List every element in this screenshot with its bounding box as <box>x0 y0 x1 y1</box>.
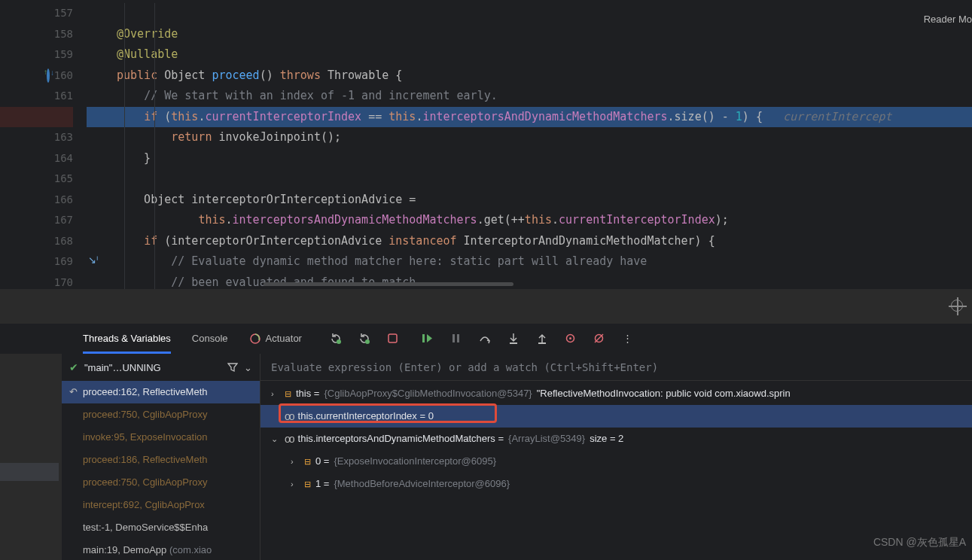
code-line[interactable]: @Nullable <box>87 44 972 65</box>
stack-frame[interactable]: main:19, DemoApp (com.xiao <box>62 539 260 560</box>
code-line[interactable]: @Override <box>87 24 972 45</box>
code-line[interactable]: } <box>87 148 972 169</box>
svg-point-2 <box>365 339 370 344</box>
expand-arrow-icon[interactable]: › <box>291 473 300 495</box>
debug-toolbar: Threads & Variables Console Actuator ⋮ <box>0 324 972 354</box>
variable-object: {CglibAopProxy$CglibMethodInvocation@534… <box>324 382 532 405</box>
drop-frame-icon[interactable]: ↶ <box>69 381 80 403</box>
code-editor[interactable]: Reader Mo 157158159160161163164165166167… <box>0 3 972 289</box>
code-line[interactable]: // Evaluate dynamic method matcher here:… <box>87 251 972 272</box>
variable-row-interceptors-list[interactable]: ⌄ oo this.interceptorsAndDynamicMethodMa… <box>261 428 972 450</box>
variable-size: size = 2 <box>590 428 623 450</box>
variable-string: "ReflectiveMethodInvocation: public void… <box>537 382 791 405</box>
step-over-icon[interactable] <box>478 332 492 345</box>
tab-console[interactable]: Console <box>192 324 228 354</box>
stack-frame[interactable]: invoke:95, ExposeInvocation <box>62 426 260 449</box>
code-line[interactable]: this.interceptorsAndDynamicMethodMatcher… <box>87 210 972 231</box>
watermark: CSDN @灰色孤星A <box>873 536 966 549</box>
collapse-arrow-icon[interactable]: ⌄ <box>271 428 280 450</box>
line-number[interactable] <box>0 107 73 128</box>
variable-row-this[interactable]: › ⊟ this = {CglibAopProxy$CglibMethodInv… <box>261 382 972 405</box>
line-number[interactable]: 169 <box>0 251 73 272</box>
code-line[interactable]: if (interceptorOrInterceptionAdvice inst… <box>87 231 972 252</box>
stack-frame[interactable]: proceed:750, CglibAopProxy <box>62 471 260 494</box>
line-number[interactable]: 158 <box>0 24 73 45</box>
code-line[interactable]: Object interceptorOrInterceptionAdvice = <box>87 190 972 211</box>
svg-rect-5 <box>452 334 455 342</box>
code-line[interactable]: // We start with an index of -1 and incr… <box>87 86 972 107</box>
stack-frame[interactable]: test:-1, DemoService$$Enha <box>62 516 260 539</box>
rerun-debug-icon[interactable] <box>358 332 371 345</box>
line-number[interactable]: 157 <box>0 3 73 24</box>
svg-rect-8 <box>538 342 546 344</box>
line-number[interactable]: 161 <box>0 86 73 107</box>
override-icon[interactable] <box>47 68 50 83</box>
gutter[interactable]: 157158159160161163164165166167168169170 <box>0 3 87 289</box>
expand-arrow-icon[interactable]: › <box>291 450 300 473</box>
horizontal-scrollbar[interactable] <box>264 282 513 286</box>
frames-panel[interactable]: ✔ "main"…UNNING ⌄ ↶proceed:162, Reflecti… <box>62 354 261 560</box>
highlight-annotation <box>279 403 497 423</box>
code-line[interactable] <box>87 3 972 24</box>
code-line[interactable]: public Object proceed() throws Throwable… <box>87 65 972 87</box>
variable-row-list-item-1[interactable]: › ⊟ 1 = {MethodBeforeAdviceInterceptor@6… <box>261 473 972 495</box>
code-line[interactable] <box>87 169 972 190</box>
variable-object: {MethodBeforeAdviceInterceptor@6096} <box>334 473 510 495</box>
svg-point-1 <box>337 339 341 344</box>
watch-icon: oo <box>285 428 294 450</box>
line-number[interactable]: 168 <box>0 231 73 252</box>
tab-threads-variables[interactable]: Threads & Variables <box>83 324 171 354</box>
rerun-icon[interactable] <box>329 332 343 345</box>
line-number[interactable]: 164 <box>0 148 73 169</box>
stack-frame[interactable]: ↶proceed:162, ReflectiveMeth <box>62 381 260 403</box>
variables-panel[interactable]: Evaluate expression (Enter) or add a wat… <box>261 354 972 560</box>
object-icon: ⊟ <box>304 450 311 473</box>
check-icon: ✔ <box>69 361 78 373</box>
thread-selector[interactable]: ✔ "main"…UNNING ⌄ <box>62 354 260 381</box>
line-number[interactable]: 165 <box>0 169 73 190</box>
line-number[interactable]: 167 <box>0 210 73 231</box>
more-icon[interactable]: ⋮ <box>621 332 635 345</box>
resume-icon[interactable] <box>421 332 434 345</box>
svg-rect-4 <box>422 334 425 342</box>
svg-rect-3 <box>388 334 397 342</box>
tab-actuator[interactable]: Actuator <box>249 324 302 354</box>
expand-arrow-icon[interactable]: › <box>271 382 280 405</box>
crosshair-icon[interactable] <box>951 300 963 312</box>
svg-rect-6 <box>457 334 459 342</box>
stack-frame[interactable]: proceed:186, ReflectiveMeth <box>62 449 260 471</box>
variable-row-list-item-0[interactable]: › ⊟ 0 = {ExposeInvocationInterceptor@609… <box>261 450 972 473</box>
pause-icon[interactable] <box>449 332 463 345</box>
line-number[interactable]: 160 <box>0 65 73 87</box>
code-line[interactable]: return invokeJoinpoint(); <box>87 127 972 148</box>
tool-left-gutter <box>0 354 62 560</box>
line-number[interactable]: 166 <box>0 190 73 211</box>
stack-frame[interactable]: intercept:692, CglibAopProx <box>62 494 260 516</box>
evaluate-expression-input[interactable]: Evaluate expression (Enter) or add a wat… <box>261 354 972 381</box>
view-breakpoints-icon[interactable] <box>564 332 577 345</box>
variable-row-current-index[interactable]: › oo this.currentInterceptorIndex = 0 <box>261 405 972 428</box>
debug-panel: Threads & Variables Console Actuator ⋮ ✔ <box>0 324 972 560</box>
object-icon: ⊟ <box>304 473 311 495</box>
filter-icon[interactable] <box>227 362 238 373</box>
stop-icon[interactable] <box>386 332 400 345</box>
variable-name: 1 = <box>315 473 329 495</box>
variable-object: {ExposeInvocationInterceptor@6095} <box>334 450 496 473</box>
object-icon: ⊟ <box>285 382 291 405</box>
line-number[interactable]: 163 <box>0 127 73 148</box>
variable-object: {ArrayList@5349} <box>508 428 585 450</box>
mute-breakpoints-icon[interactable] <box>593 332 606 345</box>
step-into-icon[interactable] <box>507 332 520 345</box>
chevron-down-icon[interactable]: ⌄ <box>244 362 252 373</box>
line-number[interactable]: 159 <box>0 44 73 65</box>
panel-divider[interactable] <box>0 289 972 324</box>
variable-name: this = <box>296 382 319 405</box>
variable-name: this.interceptorsAndDynamicMethodMatcher… <box>298 428 504 450</box>
actuator-icon <box>249 333 261 345</box>
variable-name: 0 = <box>315 450 329 473</box>
code-line[interactable]: if (this.currentInterceptorIndex == this… <box>87 107 972 128</box>
step-out-icon[interactable] <box>535 332 549 345</box>
thread-name: "main"…UNNING <box>84 362 161 373</box>
run-to-cursor-icon[interactable]: ↘ᴵ <box>88 254 98 266</box>
stack-frame[interactable]: proceed:750, CglibAopProxy <box>62 403 260 426</box>
